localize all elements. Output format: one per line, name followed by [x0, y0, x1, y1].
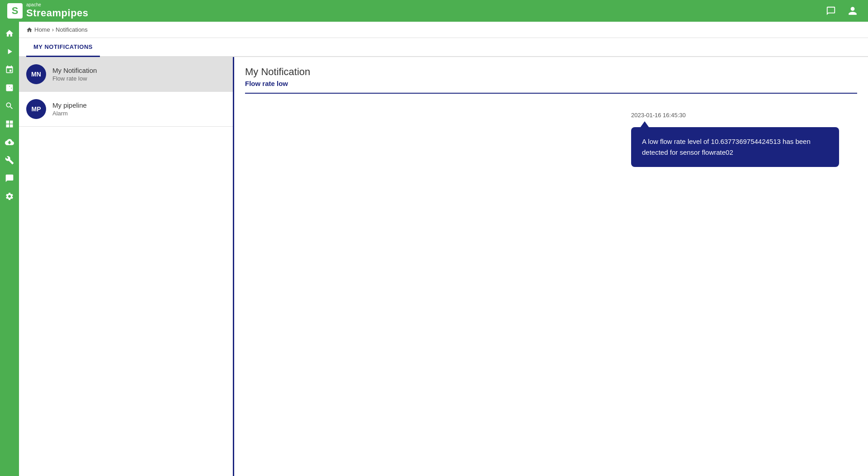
notification-subtitle-1: Alarm: [52, 110, 87, 117]
avatar-mn: MN: [26, 64, 46, 84]
sidebar-item-search[interactable]: [1, 98, 18, 114]
notification-title-0: My Notification: [52, 67, 97, 74]
account-button[interactable]: [844, 3, 861, 19]
notification-subtitle-0: Flow rate low: [52, 75, 97, 82]
sidebar-item-files[interactable]: [1, 170, 18, 186]
panels: MN My Notification Flow rate low MP My p…: [19, 57, 868, 476]
connect-icon: [5, 65, 14, 74]
message-column: 2023-01-16 16:45:30 A low flow rate leve…: [631, 112, 839, 167]
content-area: Home › Notifications MY NOTIFICATIONS MN…: [19, 22, 868, 476]
notification-detail: My Notification Flow rate low 2023-01-16…: [234, 57, 868, 476]
sidebar-item-tools[interactable]: [1, 152, 18, 168]
apache-label: apache: [26, 3, 89, 7]
chat-icon: [826, 6, 836, 16]
chat-button[interactable]: [823, 3, 839, 19]
message-bubble-wrapper: A low flow rate level of 10.637736975442…: [631, 121, 839, 167]
notification-item-0[interactable]: MN My Notification Flow rate low: [19, 57, 233, 92]
detail-divider: [245, 93, 857, 94]
sidebar-item-analytics[interactable]: [1, 80, 18, 96]
brand-text: apache Streampipes: [26, 3, 89, 19]
notification-list: MN My Notification Flow rate low MP My p…: [19, 57, 234, 476]
logo: S apache Streampipes: [7, 3, 89, 19]
breadcrumb-separator: ›: [52, 26, 54, 33]
topbar: S apache Streampipes: [0, 0, 868, 22]
notification-title-1: My pipeline: [52, 101, 87, 109]
dashboard-icon: [5, 119, 14, 129]
logo-letter: S: [7, 3, 23, 19]
breadcrumb-current: Notifications: [56, 26, 88, 33]
topbar-icons: [823, 3, 861, 19]
avatar-mp: MP: [26, 99, 46, 119]
play-icon: [5, 47, 14, 56]
main-layout: Home › Notifications MY NOTIFICATIONS MN…: [0, 22, 868, 476]
sidebar: [0, 22, 19, 476]
sidebar-item-connect[interactable]: [1, 62, 18, 78]
tab-bar: MY NOTIFICATIONS: [19, 38, 868, 57]
sidebar-item-download[interactable]: [1, 134, 18, 150]
message-timestamp: 2023-01-16 16:45:30: [631, 112, 686, 119]
message-bubble: A low flow rate level of 10.637736975442…: [631, 127, 839, 167]
settings-icon: [5, 192, 14, 201]
notification-text-0: My Notification Flow rate low: [52, 67, 97, 82]
message-text: A low flow rate level of 10.637736975442…: [642, 138, 811, 156]
home-breadcrumb-icon: [26, 27, 33, 33]
tab-my-notifications[interactable]: MY NOTIFICATIONS: [26, 38, 100, 57]
breadcrumb: Home › Notifications: [19, 22, 868, 38]
home-icon: [5, 29, 14, 38]
sidebar-item-home[interactable]: [1, 25, 18, 42]
download-icon: [5, 138, 14, 147]
files-icon: [5, 174, 14, 183]
notifications-container: MY NOTIFICATIONS MN My Notification Flow…: [19, 38, 868, 476]
notification-item-1[interactable]: MP My pipeline Alarm: [19, 92, 233, 127]
message-area: 2023-01-16 16:45:30 A low flow rate leve…: [245, 112, 857, 167]
tools-icon: [5, 156, 14, 165]
detail-title: My Notification: [245, 66, 857, 78]
search-icon: [5, 101, 14, 110]
brand-label: Streampipes: [26, 7, 89, 19]
sidebar-item-settings[interactable]: [1, 188, 18, 205]
notification-text-1: My pipeline Alarm: [52, 101, 87, 117]
account-icon: [848, 6, 858, 16]
sidebar-item-play[interactable]: [1, 43, 18, 60]
message-bubble-arrow: [640, 121, 649, 128]
analytics-icon: [5, 83, 14, 92]
detail-subtitle: Flow rate low: [245, 80, 857, 87]
sidebar-item-dashboard[interactable]: [1, 116, 18, 132]
breadcrumb-home[interactable]: Home: [34, 26, 50, 33]
